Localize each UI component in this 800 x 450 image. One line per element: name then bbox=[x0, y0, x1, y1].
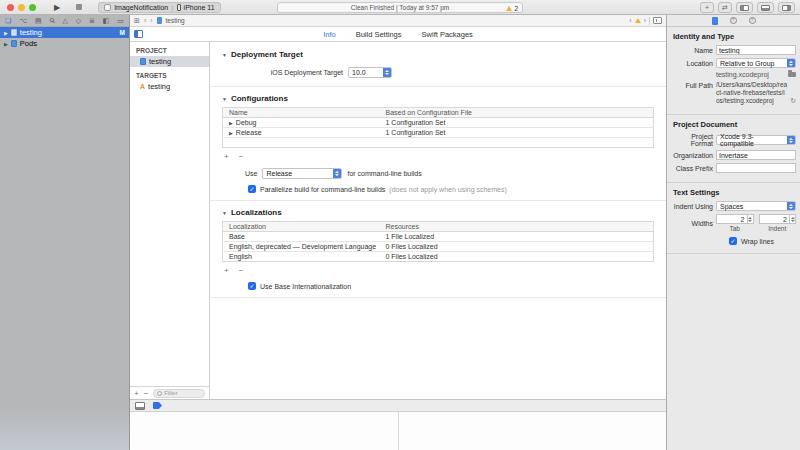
remove-configuration-button[interactable]: − bbox=[239, 152, 244, 162]
check-icon: ✓ bbox=[249, 185, 254, 193]
class-prefix-label: Class Prefix bbox=[671, 165, 713, 172]
class-prefix-field[interactable] bbox=[716, 163, 796, 173]
related-items-icon[interactable]: ⊞ bbox=[134, 17, 140, 25]
project-format-dropdown[interactable]: Xcode 9.3-compatible bbox=[716, 135, 796, 145]
run-button[interactable]: ▶ bbox=[54, 0, 60, 15]
location-dropdown[interactable]: Relative to Group bbox=[716, 58, 796, 68]
remove-localization-button[interactable]: − bbox=[239, 266, 244, 276]
code-review-button[interactable]: ⇄ bbox=[718, 2, 732, 13]
next-issue-button[interactable]: › bbox=[644, 17, 646, 24]
add-localization-button[interactable]: + bbox=[224, 266, 229, 276]
stepper-arrows-icon[interactable] bbox=[789, 215, 795, 223]
tab-build-settings[interactable]: Build Settings bbox=[356, 30, 402, 39]
project-tree-item-pods[interactable]: ▶ Pods bbox=[0, 38, 129, 49]
indent-width-stepper[interactable]: 2 bbox=[759, 214, 797, 224]
base-internationalization-label: Use Base Internationalization bbox=[260, 283, 351, 290]
filter-input[interactable]: Filter bbox=[153, 389, 205, 398]
previous-issue-button[interactable]: ‹ bbox=[629, 17, 631, 24]
build-status-text: Clean Finished | Today at 9:57 pm bbox=[351, 4, 449, 11]
divider bbox=[649, 17, 650, 25]
tab-swift-packages[interactable]: Swift Packages bbox=[422, 30, 473, 39]
remove-target-button[interactable]: − bbox=[144, 387, 149, 400]
jump-bar-file-name[interactable]: testing bbox=[166, 17, 185, 24]
tab-width-stepper[interactable]: 2 bbox=[716, 214, 754, 224]
use-suffix-label: for command-line builds bbox=[347, 170, 421, 177]
add-target-button[interactable]: + bbox=[134, 387, 139, 400]
variables-view[interactable] bbox=[130, 412, 398, 450]
tab-width-value: 2 bbox=[717, 215, 747, 223]
deployment-target-section-header[interactable]: ▼ Deployment Target bbox=[222, 50, 666, 59]
column-header-file[interactable]: Based on Configuration File bbox=[380, 108, 654, 118]
find-navigator-icon[interactable]: ⚲ bbox=[46, 14, 58, 26]
targets-filter-bar: + − Filter bbox=[130, 386, 209, 399]
history-inspector-icon[interactable]: ? bbox=[730, 17, 737, 24]
back-button[interactable]: ‹ bbox=[144, 17, 146, 24]
tab-info[interactable]: Info bbox=[323, 30, 336, 39]
console-view[interactable] bbox=[399, 412, 667, 450]
stop-button[interactable] bbox=[76, 4, 82, 10]
disclosure-icon[interactable]: ▶ bbox=[229, 120, 233, 126]
add-configuration-button[interactable]: + bbox=[224, 152, 229, 162]
breakpoints-toggle-icon[interactable] bbox=[153, 402, 162, 409]
toggle-debug-area-icon[interactable] bbox=[135, 402, 145, 410]
base-internationalization-checkbox[interactable]: ✓ bbox=[248, 282, 256, 290]
toggle-inspector-button[interactable] bbox=[778, 2, 795, 13]
issue-navigator-icon[interactable]: △ bbox=[63, 15, 68, 27]
name-field[interactable] bbox=[716, 45, 796, 55]
disclosure-icon[interactable]: ▶ bbox=[4, 41, 8, 47]
target-row-label: testing bbox=[148, 82, 170, 91]
editor-options-icon[interactable] bbox=[653, 17, 662, 24]
disclosure-icon[interactable]: ▶ bbox=[4, 30, 8, 36]
minimize-window-button[interactable] bbox=[18, 4, 25, 11]
table-row[interactable]: English 0 Files Localized bbox=[223, 252, 654, 262]
parallelize-checkbox[interactable]: ✓ bbox=[248, 185, 256, 193]
quick-help-inspector-icon[interactable]: ? bbox=[749, 17, 756, 24]
column-header-localization[interactable]: Localization bbox=[223, 222, 380, 232]
scheme-selector[interactable]: ImageNotification ⟩ iPhone 11 bbox=[98, 2, 220, 13]
column-header-resources[interactable]: Resources bbox=[380, 222, 654, 232]
inspector-panel: ? ? Identity and Type Name Location Rela… bbox=[666, 15, 800, 450]
toggle-debug-area-button[interactable] bbox=[757, 2, 774, 13]
table-row[interactable]: ▶Debug 1 Configuration Set bbox=[223, 118, 654, 128]
toggle-projects-list-icon[interactable] bbox=[134, 30, 143, 38]
project-item-label: Pods bbox=[20, 39, 37, 48]
wrap-lines-checkbox[interactable]: ✓ bbox=[729, 237, 737, 245]
indent-using-dropdown[interactable]: Spaces bbox=[716, 201, 796, 211]
library-button[interactable]: + bbox=[700, 2, 714, 13]
forward-button[interactable]: › bbox=[150, 17, 152, 24]
report-navigator-icon[interactable]: ▭ bbox=[117, 15, 124, 27]
reveal-arrow-icon[interactable]: ↻ bbox=[790, 97, 796, 105]
dropdown-arrows-icon bbox=[787, 202, 795, 210]
folder-icon[interactable] bbox=[788, 72, 796, 77]
test-navigator-icon[interactable]: ◇ bbox=[76, 15, 81, 27]
localizations-section-header[interactable]: ▼ Localizations bbox=[222, 208, 666, 217]
symbol-navigator-icon[interactable]: ▤ bbox=[35, 15, 42, 27]
warning-badge[interactable]: 2 bbox=[506, 5, 518, 12]
debug-panel-icon bbox=[761, 5, 770, 11]
localization-name: English bbox=[223, 252, 380, 262]
dropdown-value: 10.0 bbox=[349, 68, 383, 77]
column-header-name[interactable]: Name bbox=[223, 108, 380, 118]
project-navigator-icon[interactable]: ❏ bbox=[5, 15, 11, 27]
debug-navigator-icon[interactable]: ≣ bbox=[89, 15, 95, 27]
table-row[interactable]: English, deprecated — Development Langua… bbox=[223, 242, 654, 252]
project-tree-item-testing[interactable]: ▶ testing M bbox=[0, 27, 129, 38]
scheme-chevron-icon: ⟩ bbox=[171, 4, 173, 11]
ios-deployment-target-dropdown[interactable]: 10.0 bbox=[348, 67, 392, 78]
stepper-arrows-icon[interactable] bbox=[747, 215, 753, 223]
configurations-section-header[interactable]: ▼ Configurations bbox=[222, 94, 666, 103]
target-row-testing[interactable]: A testing bbox=[130, 81, 209, 92]
close-window-button[interactable] bbox=[7, 4, 14, 11]
table-row[interactable]: ▶Release 1 Configuration Set bbox=[223, 128, 654, 138]
command-line-configuration-dropdown[interactable]: Release bbox=[262, 168, 342, 179]
table-row[interactable]: Base 1 File Localized bbox=[223, 232, 654, 242]
source-control-navigator-icon[interactable]: ⌥ bbox=[19, 15, 27, 27]
toggle-navigator-button[interactable] bbox=[736, 2, 753, 13]
project-row-testing[interactable]: testing bbox=[130, 56, 209, 67]
full-path-value: /Users/kans/Desktop/react-native-firebas… bbox=[716, 81, 787, 104]
file-inspector-icon[interactable] bbox=[712, 17, 718, 25]
disclosure-icon[interactable]: ▶ bbox=[229, 130, 233, 136]
breakpoint-navigator-icon[interactable]: ◧ bbox=[103, 15, 110, 27]
zoom-window-button[interactable] bbox=[29, 4, 36, 11]
organization-field[interactable] bbox=[716, 150, 796, 160]
